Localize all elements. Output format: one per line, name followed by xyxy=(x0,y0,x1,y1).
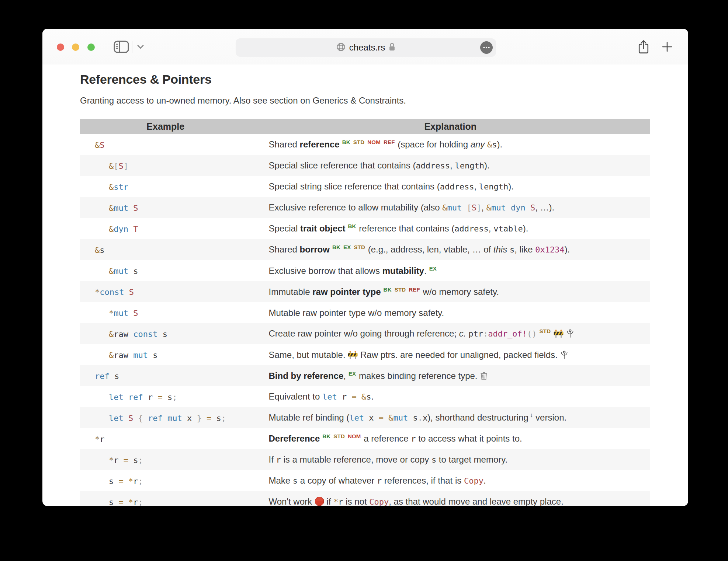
ref-link-bk[interactable]: BK xyxy=(348,223,356,229)
example-code: *r = s; xyxy=(80,449,251,470)
construction-icon xyxy=(554,328,564,339)
explanation: Exclusive borrow that allows mutability.… xyxy=(251,260,650,281)
explanation: Exclusive reference to allow mutability … xyxy=(251,197,650,218)
explanation: Mutable ref binding (let x = &mut s.x), … xyxy=(251,407,650,428)
table-row: let S { ref mut x } = s;Mutable ref bind… xyxy=(80,407,650,428)
ref-link-std[interactable]: STD xyxy=(333,433,345,439)
ref-link-ex[interactable]: EX xyxy=(429,265,437,272)
close-window-button[interactable] xyxy=(57,43,64,51)
table-row: *r = s;If r is a mutable reference, move… xyxy=(80,449,650,470)
globe-icon xyxy=(336,42,346,53)
explanation: Won't work if *r is not Copy, as that wo… xyxy=(251,491,650,506)
table-header-row: Example Explanation xyxy=(80,119,650,134)
example-code: ref s xyxy=(80,365,251,386)
table-row: &SShared referenceBKSTDNOMREF (space for… xyxy=(80,134,650,155)
example-code: &str xyxy=(80,176,251,197)
example-code: &mut S xyxy=(80,197,251,218)
sidebar-toggle-button[interactable] xyxy=(114,41,129,53)
ref-link-bk[interactable]: BK xyxy=(342,139,350,145)
table-row: &mut SExclusive reference to allow mutab… xyxy=(80,197,650,218)
explanation: Shared referenceBKSTDNOMREF (space for h… xyxy=(251,134,650,155)
explanation: DereferenceBKSTDNOM a reference r to acc… xyxy=(251,428,650,449)
explanation: Shared borrowBKEXSTD (e.g., address, len… xyxy=(251,239,650,260)
page-settings-button[interactable] xyxy=(480,41,493,54)
example-code: s = *r; xyxy=(80,470,251,491)
ref-link-nom[interactable]: NOM xyxy=(348,433,361,439)
explanation: Special slice reference that contains (a… xyxy=(251,155,650,176)
example-code: &dyn T xyxy=(80,218,251,239)
tab-overview-chevron-button[interactable] xyxy=(136,45,145,50)
table-row: *rDereferenceBKSTDNOM a reference r to a… xyxy=(80,428,650,449)
ref-link-ex[interactable]: EX xyxy=(343,244,351,250)
explanation: Special string slice reference that cont… xyxy=(251,176,650,197)
example-code: *r xyxy=(80,428,251,449)
explanation: Create raw pointer w/o going through ref… xyxy=(251,323,650,344)
ref-link-ref[interactable]: REF xyxy=(384,139,395,145)
references-pointers-table: Example Explanation &SShared referenceBK… xyxy=(80,119,650,506)
table-row: &mut sExclusive borrow that allows mutab… xyxy=(80,260,650,281)
explanation: Equivalent to let r = &s. xyxy=(251,386,650,407)
flower-icon xyxy=(560,349,568,360)
example-code: &S xyxy=(80,134,251,155)
table-row: &[S]Special slice reference that contain… xyxy=(80,155,650,176)
table-row: &dyn TSpecial trait objectBK reference t… xyxy=(80,218,650,239)
explanation: Special trait objectBK reference that co… xyxy=(251,218,650,239)
stop-icon xyxy=(315,496,324,506)
explanation: Same, but mutable. Raw ptrs. are needed … xyxy=(251,344,650,365)
explanation: Bind by reference,EX makes binding refer… xyxy=(251,365,650,386)
ref-link-bk[interactable]: BK xyxy=(322,433,330,439)
table-row: &raw const sCreate raw pointer w/o going… xyxy=(80,323,650,344)
explanation: Immutable raw pointer typeBKSTDREF w/o m… xyxy=(251,281,650,302)
example-code: *mut S xyxy=(80,302,251,323)
plus-icon xyxy=(661,48,673,54)
example-code: &mut s xyxy=(80,260,251,281)
construction-icon xyxy=(348,349,358,360)
toolbar-divider xyxy=(132,41,132,53)
ref-link-ref[interactable]: REF xyxy=(409,286,420,293)
example-code: &s xyxy=(80,239,251,260)
table-row: let ref r = s;Equivalent to let r = &s. xyxy=(80,386,650,407)
url-text: cheats.rs xyxy=(349,42,385,53)
ref-link-std[interactable]: STD xyxy=(353,139,365,145)
table-row: s = *r;Won't work if *r is not Copy, as … xyxy=(80,491,650,506)
table-row: &raw mut sSame, but mutable. Raw ptrs. a… xyxy=(80,344,650,365)
example-code: &raw const s xyxy=(80,323,251,344)
lock-icon xyxy=(388,42,396,53)
share-button[interactable] xyxy=(637,39,650,55)
example-code: *const S xyxy=(80,281,251,302)
minimize-window-button[interactable] xyxy=(72,43,79,51)
column-header-explanation: Explanation xyxy=(251,119,650,134)
new-tab-button[interactable] xyxy=(661,41,673,53)
page-subtitle: Granting access to un-owned memory. Also… xyxy=(80,95,650,106)
ref-link-std[interactable]: STD xyxy=(354,244,365,250)
address-bar[interactable]: cheats.rs xyxy=(236,38,496,57)
example-code: let ref r = s; xyxy=(80,386,251,407)
table-row: &sShared borrowBKEXSTD (e.g., address, l… xyxy=(80,239,650,260)
table-row: *const SImmutable raw pointer typeBKSTDR… xyxy=(80,281,650,302)
example-code: &raw mut s xyxy=(80,344,251,365)
table-row: &strSpecial string slice reference that … xyxy=(80,176,650,197)
example-code: let S { ref mut x } = s; xyxy=(80,407,251,428)
trash-icon xyxy=(480,370,488,381)
explanation: Mutable raw pointer type w/o memory safe… xyxy=(251,302,650,323)
ref-link-bk[interactable]: BK xyxy=(332,244,340,250)
table-row: ref sBind by reference,EX makes binding … xyxy=(80,365,650,386)
browser-toolbar: cheats.rs xyxy=(42,29,688,65)
ref-link-std[interactable]: STD xyxy=(540,328,551,334)
ref-link-ex[interactable]: EX xyxy=(349,370,356,377)
table-body: &SShared referenceBKSTDNOMREF (space for… xyxy=(80,134,650,506)
ref-link-bk[interactable]: BK xyxy=(384,286,392,293)
sidebar-icon xyxy=(114,49,129,54)
browser-window: cheats.rs xyxy=(42,29,688,506)
share-icon xyxy=(637,50,650,56)
page-content: References & Pointers Granting access to… xyxy=(42,72,688,506)
flower-icon xyxy=(566,328,574,339)
example-code: &[S] xyxy=(80,155,251,176)
chevron-down-icon xyxy=(137,45,144,50)
ref-link-nom[interactable]: NOM xyxy=(367,139,381,145)
explanation: Make s a copy of whatever r references, … xyxy=(251,470,650,491)
example-code: s = *r; xyxy=(80,491,251,506)
zoom-window-button[interactable] xyxy=(87,43,95,51)
ref-link-std[interactable]: STD xyxy=(395,286,406,293)
table-row: *mut SMutable raw pointer type w/o memor… xyxy=(80,302,650,323)
